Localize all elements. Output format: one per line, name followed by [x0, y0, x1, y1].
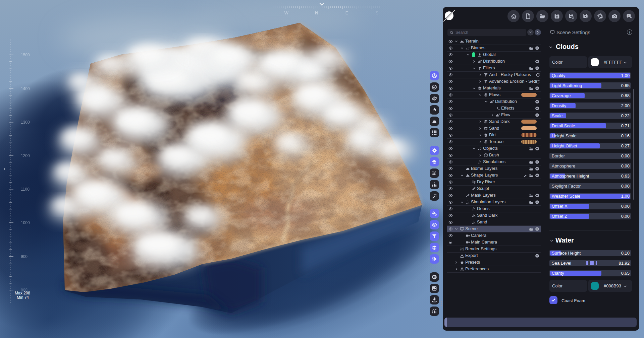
svg-text:1200: 1200	[21, 153, 30, 158]
svg-text:N: N	[315, 10, 318, 15]
svg-text:?: ?	[628, 14, 629, 17]
svg-text:S: S	[376, 10, 379, 15]
svg-text:1100: 1100	[21, 187, 30, 192]
svg-text:1300: 1300	[21, 120, 30, 125]
svg-text:1500: 1500	[21, 53, 30, 57]
svg-text:1000: 1000	[21, 220, 30, 225]
svg-text:1400: 1400	[21, 86, 30, 91]
svg-text:›: ›	[4, 166, 5, 171]
svg-text:W: W	[284, 10, 289, 15]
svg-text:E: E	[345, 10, 348, 15]
svg-text:Max 208: Max 208	[15, 291, 30, 295]
svg-text:Min 74: Min 74	[17, 295, 29, 300]
svg-text:900: 900	[21, 254, 28, 259]
